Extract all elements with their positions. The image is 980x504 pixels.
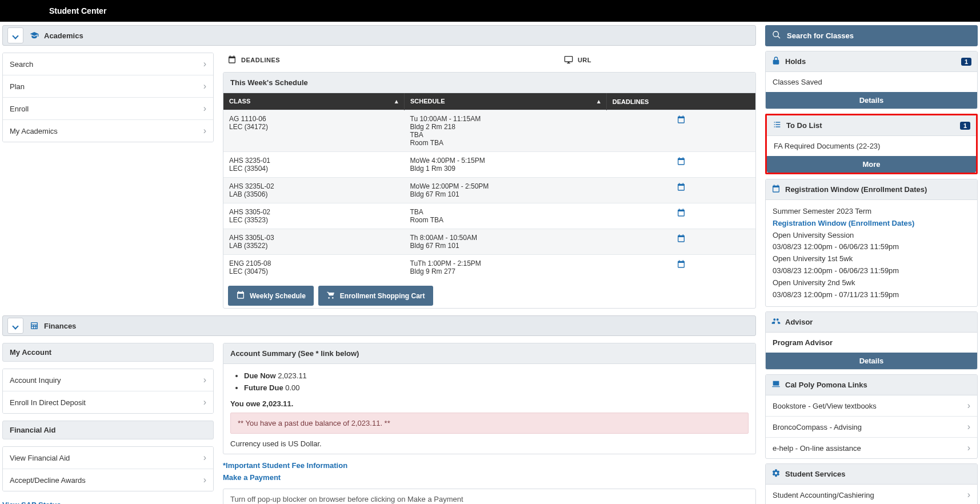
holds-title: Holds [785,57,806,66]
table-row: ENG 2105-08LEC (30475)TuTh 1:00PM - 2:15… [223,255,755,281]
cpp-link-bookstore[interactable]: Bookstore - Get/View textbooks› [766,395,977,416]
chevron-right-icon: › [203,59,206,69]
col-class[interactable]: CLASS▴ [223,93,405,110]
academics-menu: Search› Plan› Enroll› My Academics› [2,53,214,142]
account-summary-title: Account Summary (See * link below) [223,343,755,364]
advisor-title: Advisor [785,318,813,326]
holds-panel: Holds 1 Classes Saved Details [765,51,978,109]
reg-line: Open University 2nd 5wk [773,277,970,289]
reg-line: Open University 1st 5wk [773,253,970,265]
menu-item-account-inquiry[interactable]: Account Inquiry› [3,369,213,391]
my-account-menu: Account Inquiry› Enroll In Direct Deposi… [2,369,214,414]
table-row: AHS 3235-01LEC (33504)MoWe 4:00PM - 5:15… [223,152,755,178]
menu-item-enroll[interactable]: Enroll› [3,97,213,119]
advisor-panel: Advisor Program Advisor Details [765,311,978,370]
search-classes-button[interactable]: Search for Classes [765,25,978,46]
currency-note: Currency used is US Dollar. [230,439,749,448]
graduation-cap-icon [29,30,39,41]
you-owe-text: You owe 2,023.11. [230,399,749,408]
col-schedule[interactable]: SCHEDULE▴ [405,93,607,110]
future-due-label: Future Due [244,383,283,392]
cpp-link-ehelp[interactable]: e-help - On-line assistance› [766,437,977,458]
due-now-row: Due Now 2,023.11 [244,370,749,382]
chevron-right-icon: › [967,422,970,432]
schedule-cell: Tu 10:00AM - 11:15AMBldg 2 Rm 218TBARoom… [405,110,607,152]
collapse-academics-button[interactable] [7,27,23,43]
chevron-right-icon: › [203,475,206,485]
financial-aid-header: Financial Aid [2,421,214,439]
sort-icon: ▴ [395,98,398,105]
view-sap-link[interactable]: View SAP Status [2,501,61,504]
academics-header: Academics [2,25,756,46]
menu-item-label: Search [10,60,33,69]
past-due-alert: ** You have a past due balance of 2,023.… [230,413,749,434]
deadlines-cell[interactable] [606,152,755,178]
chevron-right-icon: › [203,397,206,407]
deadlines-cell[interactable] [606,229,755,255]
todo-more-button[interactable]: More [767,156,976,173]
week-schedule-card: This Week's Schedule CLASS▴ SCHEDULE▴ DE… [223,72,756,309]
search-icon [772,30,781,41]
menu-item-label: Enroll In Direct Deposit [10,398,86,407]
todo-panel: To Do List 1 FA Required Documents (22-2… [767,115,976,173]
chevron-right-icon: › [967,401,970,411]
cart-icon [326,290,335,301]
deadlines-cell[interactable] [606,255,755,281]
monitor-icon [564,55,573,65]
shopping-cart-button[interactable]: Enrollment Shopping Cart [318,286,433,306]
sort-icon: ▴ [597,98,601,105]
url-shortcut[interactable]: URL [564,55,591,65]
schedule-cell: MoWe 4:00PM - 5:15PMBldg 1 Rm 309 [405,152,607,178]
menu-item-accept-awards[interactable]: Accept/Decline Awards› [3,469,213,491]
deadlines-cell[interactable] [606,110,755,152]
chevron-right-icon: › [967,443,970,453]
cpp-link-broncocompass[interactable]: BroncoCompass - Advising› [766,416,977,437]
account-summary-card: Account Summary (See * link below) Due N… [223,343,756,454]
deadlines-cell[interactable] [606,203,755,229]
class-cell: AHS 3305-02LEC (33523) [223,203,405,229]
holds-details-button[interactable]: Details [766,92,977,109]
calculator-icon [29,321,39,331]
menu-item-direct-deposit[interactable]: Enroll In Direct Deposit› [3,391,213,413]
gear-icon [771,469,781,479]
collapse-finances-button[interactable] [7,318,23,334]
menu-item-search[interactable]: Search› [3,53,213,75]
make-payment-link[interactable]: Make a Payment [223,473,281,482]
fee-info-link[interactable]: *Important Student Fee Information [223,461,347,470]
class-cell: AG 1110-06LEC (34172) [223,110,405,152]
student-services-title: Student Services [785,470,846,478]
weekly-schedule-label: Weekly Schedule [250,292,306,300]
chevron-down-icon [13,31,18,40]
menu-item-view-fa[interactable]: View Financial Aid› [3,447,213,469]
schedule-cell: TBARoom TBA [405,203,607,229]
deadlines-cell[interactable] [606,178,755,203]
table-row: AHS 3305L-03LAB (33522)Th 8:00AM - 10:50… [223,229,755,255]
registration-window-title: Registration Window (Enrollment Dates) [785,185,927,194]
chevron-right-icon: › [203,375,206,385]
menu-item-plan[interactable]: Plan› [3,75,213,97]
cpp-links-panel: Cal Poly Pomona Links Bookstore - Get/Vi… [765,374,978,459]
class-cell: AHS 3305L-03LAB (33522) [223,229,405,255]
class-cell: ENG 2105-08LEC (30475) [223,255,405,281]
holds-item[interactable]: Classes Saved [766,72,977,92]
calendar-icon [771,184,781,195]
due-now-value: 2,023.11 [278,371,307,380]
todo-item[interactable]: FA Required Documents (22-23) [767,136,976,156]
link-label: BroncoCompass - Advising [773,423,862,431]
topbar: Student Center [0,0,980,22]
todo-title: To Do List [786,121,822,130]
menu-item-my-academics[interactable]: My Academics› [3,119,213,142]
advisor-details-button[interactable]: Details [766,353,977,369]
col-class-label: CLASS [229,98,250,105]
deadlines-shortcut[interactable]: DEADLINES [227,55,280,65]
link-label: Bookstore - Get/View textbooks [773,402,877,410]
service-link-cashiering[interactable]: Student Accounting/Cashiering› [766,485,977,504]
shopping-cart-label: Enrollment Shopping Cart [340,292,425,300]
finances-header: Finances [2,315,756,336]
weekly-schedule-button[interactable]: Weekly Schedule [228,286,314,306]
col-deadlines[interactable]: DEADLINES [606,93,755,110]
reg-window-link[interactable]: Registration Window (Enrollment Dates) [773,219,914,227]
col-schedule-label: SCHEDULE [410,98,445,105]
reg-line: 03/08/23 12:00pm - 06/06/23 11:59pm [773,241,970,253]
class-cell: AHS 3235-01LEC (33504) [223,152,405,178]
